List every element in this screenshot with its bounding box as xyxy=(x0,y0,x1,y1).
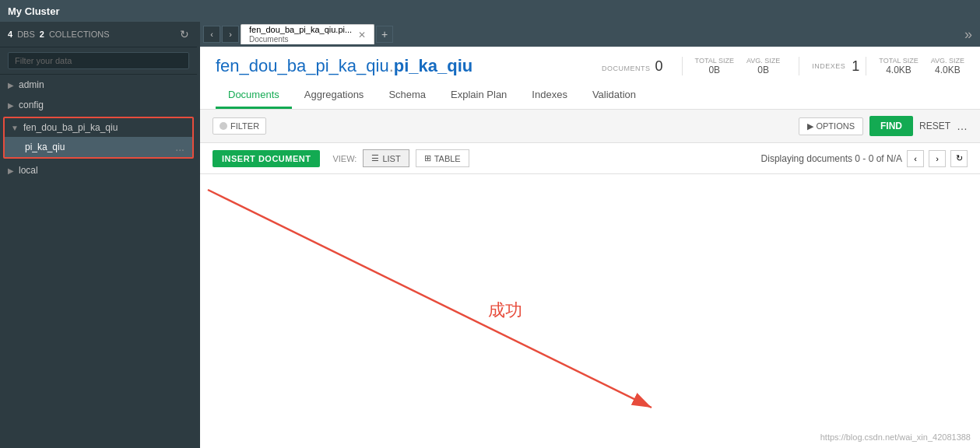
tab-validation[interactable]: Validation xyxy=(580,82,648,109)
active-tab[interactable]: fen_dou_ba_pi_ka_qiu.pi... Documents ✕ xyxy=(241,24,374,44)
doc-count-info: Displaying documents 0 - 0 of N/A ‹ › ↻ xyxy=(761,150,968,167)
db-name-display: fen_dou_ba_pi_ka_qiu xyxy=(216,56,389,75)
insert-document-button[interactable]: INSERT DOCUMENT xyxy=(213,150,320,167)
sidebar-item-local[interactable]: ▶ local xyxy=(0,160,197,180)
documents-count: 0 xyxy=(655,58,663,75)
annotation-text: 成功 xyxy=(488,299,522,322)
sidebar-header: 4 DBS 2 COLLECTIONS ↻ xyxy=(0,22,197,47)
document-area: 成功 https://blog.csdn.net/wai_xin_4208138… xyxy=(200,174,980,448)
nav-tabs: Documents Aggregations Schema Explain Pl… xyxy=(216,82,964,109)
coll-count: 2 xyxy=(40,30,44,39)
refresh-docs-button[interactable]: ↻ xyxy=(950,150,968,167)
indexes-avg-size-label: AVG. SIZE xyxy=(931,57,964,65)
db-count: 4 xyxy=(8,30,12,39)
reset-button[interactable]: RESET xyxy=(919,121,950,131)
db-name-config: config xyxy=(19,100,44,110)
collection-header: fen_dou_ba_pi_ka_qiu.pi_ka_qiu DOCUMENTS… xyxy=(200,47,980,110)
list-icon: ☰ xyxy=(371,153,379,163)
indexes-total-size: TOTAL SIZE 4.0KB xyxy=(879,57,918,75)
watermark: https://blog.csdn.net/wai_xin_42081388 xyxy=(820,432,971,442)
doc-toolbar: INSERT DOCUMENT VIEW: ☰ LIST ⊞ TABLE Dis… xyxy=(200,143,980,174)
add-tab-button[interactable]: + xyxy=(376,26,393,43)
tab-indexes[interactable]: Indexes xyxy=(519,82,580,109)
svg-line-0 xyxy=(208,190,652,408)
sidebar: 4 DBS 2 COLLECTIONS ↻ ▶ admin ▶ config ▼… xyxy=(0,22,197,448)
collection-name-pi-ka-qiu: pi_ka_qiu xyxy=(25,142,65,152)
coll-name-display: pi_ka_qiu xyxy=(394,56,472,75)
indexes-avg-size: AVG. SIZE 4.0KB xyxy=(931,57,964,75)
db-name-local: local xyxy=(19,165,38,176)
main-content: ‹ › fen_dou_ba_pi_ka_qiu.pi... Documents… xyxy=(200,22,980,448)
tab-bar-end-icon[interactable]: » xyxy=(960,26,977,43)
db-name-fen-dou: fen_dou_ba_pi_ka_qiu xyxy=(23,122,118,133)
app-title: My Cluster xyxy=(8,5,59,17)
db-name-admin: admin xyxy=(19,79,44,90)
highlighted-db-group: ▼ fen_dou_ba_pi_ka_qiu pi_ka_qiu ... xyxy=(3,117,194,159)
collection-stats: DOCUMENTS 0 TOTAL SIZE 0B AVG. SIZE xyxy=(602,57,964,75)
indexes-total-size-label: TOTAL SIZE xyxy=(879,57,918,65)
total-size-stat: TOTAL SIZE 0B xyxy=(695,57,734,75)
display-text: Displaying documents 0 - 0 of N/A xyxy=(761,153,902,164)
sidebar-item-fen-dou[interactable]: ▼ fen_dou_ba_pi_ka_qiu xyxy=(5,118,192,137)
tab-label: fen_dou_ba_pi_ka_qiu.pi... xyxy=(249,25,352,35)
total-size-value: 0B xyxy=(708,65,720,75)
find-button[interactable]: FIND xyxy=(869,116,913,136)
list-view-button[interactable]: ☰ LIST xyxy=(363,149,409,167)
top-bar: My Cluster xyxy=(0,0,980,22)
table-icon: ⊞ xyxy=(424,153,431,163)
indexes-avg-size-value: 4.0KB xyxy=(935,65,961,75)
filter-toolbar: FILTER ▶ OPTIONS FIND RESET … xyxy=(200,110,980,143)
sidebar-item-pi-ka-qiu[interactable]: pi_ka_qiu ... xyxy=(5,137,192,157)
tab-explain-plan[interactable]: Explain Plan xyxy=(438,82,519,109)
tab-back-button[interactable]: ‹ xyxy=(203,26,220,43)
table-view-button[interactable]: ⊞ TABLE xyxy=(416,149,469,167)
sidebar-search xyxy=(0,47,197,75)
filter-input[interactable] xyxy=(8,52,189,69)
options-button[interactable]: ▶ OPTIONS xyxy=(799,117,863,135)
collection-fullname: fen_dou_ba_pi_ka_qiu.pi_ka_qiu xyxy=(216,56,472,76)
size-stats: TOTAL SIZE 0B AVG. SIZE 0B xyxy=(682,57,781,75)
avg-size-stat: AVG. SIZE 0B xyxy=(746,57,780,75)
more-options-icon[interactable]: ... xyxy=(175,141,184,153)
next-page-button[interactable]: › xyxy=(929,150,946,167)
tab-nav: ‹ › xyxy=(203,26,239,43)
tab-bar: ‹ › fen_dou_ba_pi_ka_qiu.pi... Documents… xyxy=(200,22,980,47)
db-label: DBS xyxy=(17,30,35,39)
filter-badge: FILTER xyxy=(213,117,266,135)
prev-page-button[interactable]: ‹ xyxy=(907,150,924,167)
tab-schema[interactable]: Schema xyxy=(376,82,438,109)
collection-title-row: fen_dou_ba_pi_ka_qiu.pi_ka_qiu DOCUMENTS… xyxy=(216,56,964,76)
chevron-right-icon: ▶ xyxy=(8,166,14,175)
total-size-label: TOTAL SIZE xyxy=(695,57,734,65)
more-options-button[interactable]: … xyxy=(957,120,968,132)
filter-area: FILTER xyxy=(213,117,792,135)
refresh-sidebar-icon[interactable]: ↻ xyxy=(180,28,189,40)
indexes-label: INDEXES xyxy=(812,62,845,70)
tab-aggregations[interactable]: Aggregations xyxy=(292,82,377,109)
indexes-section: INDEXES 1 TOTAL SIZE 4.0KB AVG. SIZE xyxy=(799,57,964,75)
filter-label: FILTER xyxy=(230,121,259,131)
tab-close-icon[interactable]: ✕ xyxy=(358,30,366,40)
sidebar-item-config[interactable]: ▶ config xyxy=(0,95,197,115)
tab-sublabel: Documents xyxy=(249,35,352,44)
view-label: VIEW: xyxy=(332,154,357,163)
indexes-count: 1 xyxy=(852,58,859,75)
coll-label: COLLECTIONS xyxy=(49,30,110,39)
filter-circle-icon xyxy=(220,122,227,130)
sidebar-item-admin[interactable]: ▶ admin xyxy=(0,75,197,95)
annotation-arrow xyxy=(200,174,980,448)
documents-label: DOCUMENTS xyxy=(602,65,651,72)
tab-forward-button[interactable]: › xyxy=(222,26,239,43)
tab-documents[interactable]: Documents xyxy=(216,82,292,109)
chevron-down-icon: ▼ xyxy=(11,124,19,132)
chevron-right-icon: ▶ xyxy=(8,101,14,110)
documents-stat: DOCUMENTS 0 xyxy=(602,58,663,75)
indexes-total-size-value: 4.0KB xyxy=(886,65,912,75)
chevron-right-icon: ▶ xyxy=(8,81,14,89)
avg-size-value: 0B xyxy=(757,65,769,75)
list-label: LIST xyxy=(382,154,400,163)
table-label: TABLE xyxy=(434,154,461,163)
filter-query-input[interactable] xyxy=(266,121,792,131)
avg-size-label: AVG. SIZE xyxy=(746,57,780,65)
